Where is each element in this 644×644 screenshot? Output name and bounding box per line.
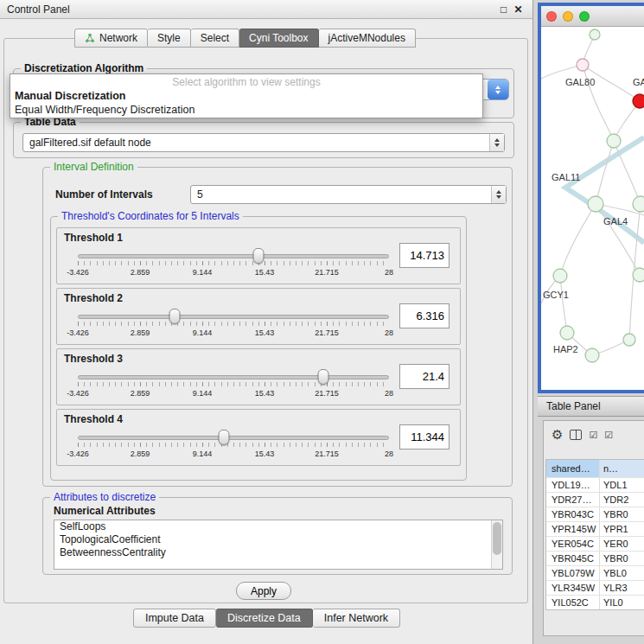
tab-style[interactable]: Style [148,29,191,48]
threshold-2-label: Threshold 2 [64,292,123,304]
interval-definition-group: Interval Definition Number of Intervals … [42,167,513,487]
apply-button[interactable]: Apply [236,582,291,600]
list-item[interactable]: SelfLoops [54,520,502,533]
network-node [590,29,600,40]
select-all-checkbox-icon[interactable]: ☑ [589,430,597,441]
threshold-3-group: Threshold 3 -3.426 2.859 9.144 15.43 21.… [56,348,461,405]
table-data-select[interactable]: galFiltered.sif default node [22,133,505,152]
table-row[interactable]: YPR145WYPR1 [546,521,644,536]
close-traffic-light-icon[interactable] [546,11,557,22]
control-panel-titlebar[interactable]: Control Panel □ ✕ [0,0,532,19]
columns-icon[interactable] [570,430,582,440]
numerical-attributes-list[interactable]: SelfLoops TopologicalCoefficient Between… [54,520,503,570]
scale-label: 28 [385,389,393,398]
number-of-intervals-select[interactable]: 5 [190,185,507,204]
node-attribute-table: shared… n… YDL19…YDL1 YDR27…YDR2 YBR043C… [545,459,644,610]
node-label: GAL80 [565,77,595,87]
slider-thumb[interactable] [169,309,180,324]
threshold-3-slider[interactable]: -3.426 2.859 9.144 15.43 21.715 28 [78,368,389,403]
threshold-1-value-input[interactable] [399,243,450,268]
tab-network[interactable]: Network [74,29,148,48]
column-header-name[interactable]: n… [600,460,644,477]
network-node [607,134,621,148]
algorithm-dropdown-popup: Select algorithm to view settings Manual… [10,73,483,118]
table-row[interactable]: YBR043CYBR0 [546,507,644,521]
slider-ticks [78,382,389,386]
slider-track[interactable] [78,375,389,379]
table-cell: YBR0 [600,552,644,565]
scrollbar-thumb[interactable] [493,522,501,555]
table-cell: YBR0 [600,507,644,521]
numerical-attributes-label: Numerical Attributes [54,505,156,517]
slider-thumb[interactable] [318,369,329,385]
threshold-4-value-input[interactable] [399,424,450,450]
threshold-3-value-input[interactable] [399,364,450,389]
list-scrollbar[interactable] [491,520,502,569]
threshold-2-value-input[interactable] [399,303,450,328]
control-panel-tabs: Network Style Select Cyni Toolbox jActiv… [74,29,416,48]
table-row[interactable]: YLR345WYLR3 [546,580,644,595]
threshold-4-slider[interactable]: -3.426 2.859 9.144 15.43 21.715 28 [78,429,389,463]
combo-arrows-icon [488,80,508,99]
tab-impute-data[interactable]: Impute Data [133,609,216,628]
threshold-3-label: Threshold 3 [64,353,123,365]
table-row[interactable]: YIL052CYIL0 [546,595,644,609]
zoom-traffic-light-icon[interactable] [579,11,590,22]
tab-select[interactable]: Select [191,29,239,48]
table-panel-header[interactable]: Table Panel [538,396,644,417]
scale-label: 15.43 [255,450,275,458]
tab-jactivemnodules[interactable]: jActiveMNodules [319,29,416,48]
table-row[interactable]: YBL079WYBL0 [546,565,644,580]
close-icon[interactable]: ✕ [511,3,526,16]
table-row[interactable]: YBR045CYBR0 [546,551,644,565]
select-columns-checkbox-icon[interactable]: ☑ [604,430,613,441]
tab-cyni-toolbox[interactable]: Cyni Toolbox [239,29,318,48]
network-node [553,269,567,283]
table-row[interactable]: YDR27…YDR2 [546,492,644,507]
dropdown-option-equal-width-frequency[interactable]: Equal Width/Frequency Discretization [10,103,482,117]
selected-intervals: 5 [191,186,491,203]
slider-scale: -3.426 2.859 9.144 15.43 21.715 28 [78,450,389,460]
slider-ticks [78,261,389,265]
table-cell: YLR345W [546,581,600,595]
table-row[interactable]: YER054CYER0 [546,536,644,551]
slider-thumb[interactable] [252,248,264,264]
tab-infer-network[interactable]: Infer Network [313,609,400,628]
threshold-2-slider[interactable]: -3.426 2.859 9.144 15.43 21.715 28 [78,308,389,342]
slider-ticks [78,322,389,326]
list-item[interactable]: BetweennessCentrality [54,546,502,559]
dropdown-option-manual-discretization[interactable]: Manual Discretization [10,89,482,103]
slider-track[interactable] [78,254,389,258]
tab-discretize-data[interactable]: Discretize Data [216,609,313,628]
network-node [585,348,599,362]
column-header-shared-name[interactable]: shared… [546,460,600,477]
tab-label: Cyni Toolbox [249,32,308,44]
scale-label: -3.426 [67,389,89,398]
slider-thumb[interactable] [219,430,230,445]
float-window-icon[interactable]: □ [496,3,511,16]
network-canvas[interactable]: GAL80 GA GAL11 GAL4 GCY1 HAP2 [541,27,644,390]
threshold-1-slider[interactable]: -3.426 2.859 9.144 15.43 21.715 28 [78,247,389,282]
node-label: HAP2 [553,344,578,354]
slider-track[interactable] [78,315,389,319]
combo-arrows-icon [489,134,504,151]
table-cell: YBL0 [600,566,644,580]
gear-icon[interactable]: ⚙ [552,427,563,443]
tab-label: Network [99,32,137,44]
network-window-titlebar[interactable] [541,6,644,27]
slider-scale: -3.426 2.859 9.144 15.43 21.715 28 [78,268,389,278]
table-data-group: Table Data galFiltered.sif default node [13,122,514,158]
scale-label: 9.144 [193,268,213,277]
list-item[interactable]: TopologicalCoefficient [54,533,502,546]
scale-label: -3.426 [67,450,89,458]
table-cell: YER054C [546,537,600,551]
table-row[interactable]: YDL19…YDL1 [546,477,644,492]
minimize-traffic-light-icon[interactable] [563,11,573,22]
scale-label: -3.426 [67,328,89,337]
scale-label: 15.43 [255,268,275,277]
slider-track[interactable] [78,436,389,440]
scale-label: 21.715 [315,268,339,277]
table-cell: YER0 [600,537,644,551]
network-graph[interactable]: GAL80 GA GAL11 GAL4 GCY1 HAP2 [541,27,644,390]
scale-label: 21.715 [315,450,339,458]
